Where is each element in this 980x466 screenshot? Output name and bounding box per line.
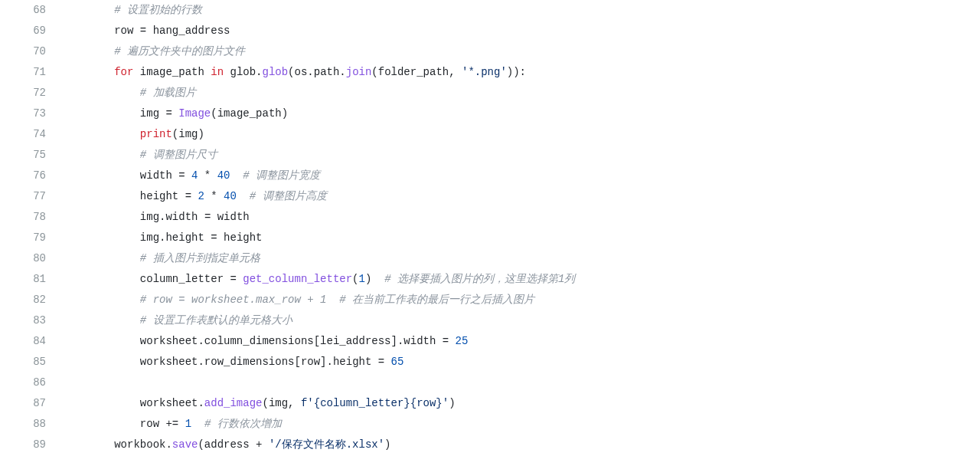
- line-number: 77: [0, 186, 46, 207]
- code-line[interactable]: # 插入图片到指定单元格: [63, 248, 980, 269]
- token-n: img: [140, 107, 166, 120]
- line-number: 86: [0, 372, 46, 393]
- code-line[interactable]: img.width = width: [63, 207, 980, 228]
- token-c: # 设置工作表默认的单元格大小: [140, 314, 292, 327]
- token-o: =: [165, 107, 172, 120]
- token-n: worksheet: [140, 335, 198, 347]
- token-n: width: [140, 169, 178, 182]
- token-n: workbook: [114, 438, 165, 451]
- token-n: image_path: [217, 107, 282, 120]
- token-n: row: [301, 356, 320, 368]
- line-number: 68: [0, 0, 46, 21]
- token-o: [: [294, 356, 300, 368]
- token-n: height: [217, 231, 263, 244]
- token-n: height: [165, 231, 211, 244]
- token-n: os: [295, 66, 308, 78]
- token-n: [172, 107, 178, 120]
- code-editor[interactable]: 6869707172737475767778798081828384858687…: [0, 0, 980, 455]
- token-o: .: [198, 356, 204, 368]
- token-n: column_dimensions: [204, 335, 314, 347]
- token-o: =: [230, 273, 236, 285]
- token-k: for: [114, 66, 133, 78]
- token-o: .: [198, 335, 204, 347]
- code-line[interactable]: workbook.save(address + '/保存文件名称.xlsx'): [63, 435, 980, 455]
- code-line[interactable]: width = 4 * 40 # 调整图片宽度: [63, 166, 980, 186]
- token-o: ): [449, 397, 455, 409]
- line-number: 73: [0, 103, 46, 124]
- line-number: 88: [0, 414, 46, 435]
- line-number-gutter: 6869707172737475767778798081828384858687…: [0, 0, 60, 455]
- token-f: get_column_letter: [243, 273, 352, 285]
- token-n: height: [140, 190, 185, 202]
- token-o: +=: [165, 418, 178, 430]
- token-o: *: [198, 169, 217, 182]
- token-n: img: [140, 211, 159, 223]
- token-m: 40: [217, 169, 230, 182]
- token-n: row: [114, 25, 140, 37]
- token-n: width: [403, 335, 442, 347]
- code-line[interactable]: column_letter = get_column_letter(1) # 选…: [63, 269, 980, 290]
- token-o: ].: [391, 335, 404, 347]
- code-line[interactable]: row += 1 # 行数依次增加: [63, 414, 980, 435]
- token-n: row_dimensions: [204, 356, 295, 368]
- code-line[interactable]: worksheet.add_image(img, f'{column_lette…: [63, 393, 980, 414]
- token-k: in: [211, 66, 224, 78]
- token-n: row: [140, 418, 166, 430]
- token-c: # 插入图片到指定单元格: [140, 252, 260, 264]
- token-n: hang_address: [146, 25, 230, 37]
- token-o: (: [198, 438, 204, 451]
- code-line[interactable]: [63, 372, 980, 393]
- token-o: ,: [288, 397, 301, 409]
- code-area[interactable]: # 设置初始的行数 row = hang_address # 遍历文件夹中的图片…: [60, 0, 980, 455]
- code-line[interactable]: # 设置工作表默认的单元格大小: [63, 310, 980, 331]
- token-n: img: [178, 128, 198, 140]
- code-line[interactable]: worksheet.row_dimensions[row].height = 6…: [63, 352, 980, 372]
- token-n: image_path: [133, 66, 211, 78]
- token-s: '*.png': [462, 66, 507, 78]
- token-o: =: [185, 190, 191, 202]
- code-line[interactable]: # 遍历文件夹中的图片文件: [63, 41, 980, 62]
- line-number: 80: [0, 248, 46, 269]
- code-line[interactable]: print(img): [63, 124, 980, 145]
- token-n: worksheet: [140, 356, 198, 368]
- token-c: # 行数依次增加: [204, 418, 282, 430]
- token-f: save: [172, 438, 198, 451]
- token-n: address: [204, 438, 256, 451]
- code-line[interactable]: # 加载图片: [63, 83, 980, 103]
- token-o: )):: [507, 66, 526, 78]
- code-line[interactable]: row = hang_address: [63, 21, 980, 41]
- code-line[interactable]: # 调整图片尺寸: [63, 145, 980, 166]
- code-line[interactable]: worksheet.column_dimensions[lei_address]…: [63, 331, 980, 352]
- token-o: ,: [449, 66, 462, 78]
- code-line[interactable]: for image_path in glob.glob(os.path.join…: [63, 62, 980, 83]
- token-m: 1: [359, 273, 365, 285]
- code-line[interactable]: img.height = height: [63, 228, 980, 248]
- token-n: column_letter: [140, 273, 230, 285]
- line-number: 71: [0, 62, 46, 83]
- token-k: print: [140, 128, 172, 140]
- line-number: 83: [0, 310, 46, 331]
- token-c: # 加载图片: [140, 87, 196, 99]
- code-line[interactable]: # 设置初始的行数: [63, 0, 980, 21]
- token-o: *: [204, 190, 224, 202]
- line-number: 78: [0, 207, 46, 228]
- token-n: width: [165, 211, 204, 223]
- token-n: [230, 169, 243, 182]
- code-line[interactable]: # row = worksheet.max_row + 1 # 在当前工作表的最…: [63, 290, 980, 310]
- code-line[interactable]: height = 2 * 40 # 调整图片高度: [63, 186, 980, 207]
- token-n: [449, 335, 455, 347]
- token-o: ): [282, 107, 288, 120]
- token-n: [185, 169, 191, 182]
- token-n: [262, 438, 268, 451]
- code-line[interactable]: img = Image(image_path): [63, 103, 980, 124]
- token-m: 1: [185, 418, 191, 430]
- token-o: [: [314, 335, 320, 347]
- line-number: 75: [0, 145, 46, 166]
- line-number: 76: [0, 166, 46, 186]
- token-f: join: [346, 66, 372, 78]
- token-o: =: [178, 169, 185, 182]
- token-n: height: [333, 356, 378, 368]
- token-m: 65: [391, 356, 404, 368]
- line-number: 70: [0, 41, 46, 62]
- token-c: # 遍历文件夹中的图片文件: [114, 45, 245, 57]
